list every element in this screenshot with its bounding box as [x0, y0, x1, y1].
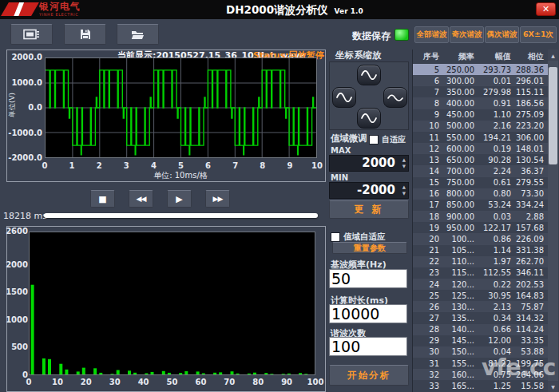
table-row[interactable]: 20100...0.86226.09 [413, 233, 548, 244]
table-row[interactable]: 8400.000.91186.56 [413, 97, 548, 109]
column-header-amplitude[interactable]: 幅值 [478, 49, 515, 64]
scroll-up-button[interactable]: ▲ [548, 49, 558, 61]
axis-tick: 0 [35, 161, 54, 171]
table-row[interactable]: 7350.00279.98115.11 [413, 86, 548, 97]
table-row[interactable]: 27135...0.34314.32 [413, 312, 548, 323]
spin-down-icon[interactable]: ▼ [402, 163, 406, 169]
scroll-down-button[interactable]: ▼ [548, 381, 558, 392]
fast-forward-button[interactable]: ▶▶ [205, 190, 230, 208]
table-row[interactable]: 11550.00194.21306.00 [413, 132, 548, 143]
amplitude-cell: 1.10 [478, 110, 515, 119]
stop-button[interactable]: ■ [90, 190, 115, 208]
device-capture-button[interactable] [10, 24, 53, 45]
min-spinner[interactable]: -2000 ▲▼ [329, 182, 409, 199]
tab-all-harmonics[interactable]: 全部谐波 [414, 26, 449, 43]
axis-tick: 40 [134, 378, 153, 387]
zoom-right-button[interactable] [383, 87, 407, 108]
save-button[interactable] [64, 24, 106, 45]
spin-up-icon[interactable]: ▲ [402, 156, 406, 163]
index-cell: 6 [413, 77, 443, 85]
column-header-phase[interactable]: 相位 [515, 49, 548, 64]
axis-tick: 1000 [0, 315, 28, 325]
table-row[interactable]: 15750.000.61279.55 [413, 177, 548, 188]
start-analysis-button[interactable]: 开始分析 [329, 365, 409, 386]
table-row[interactable]: 17850.0053.24334.24 [413, 200, 548, 211]
frequency-cell: 160... [443, 370, 478, 379]
max-spinner[interactable]: 2000 ▲▼ [329, 155, 409, 172]
amplitude-cell: 53.24 [478, 200, 515, 209]
coord-zoom-pad [329, 61, 409, 130]
zoom-down-button[interactable] [357, 108, 381, 129]
table-row[interactable]: 29145...12.0033.35 [413, 335, 548, 346]
index-cell: 7 [413, 88, 443, 97]
table-row[interactable]: 21105...1.14331.38 [413, 245, 548, 256]
table-row[interactable]: 9450.001.10275.09 [413, 109, 548, 121]
tab-odd-harmonics[interactable]: 奇次谐波 [450, 26, 484, 43]
open-file-button[interactable] [117, 24, 159, 45]
rewind-button[interactable]: ◀◀ [129, 190, 153, 208]
frequency-cell: 650.00 [443, 156, 478, 164]
index-cell: 29 [413, 336, 443, 345]
waveform-x-axis-unit: 单位: 10ms/格 [141, 170, 220, 181]
frequency-cell: 135... [443, 314, 478, 323]
table-row[interactable]: 26130...2.1375.87 [413, 301, 548, 312]
table-row[interactable]: 13650.0090.28130.54 [413, 154, 548, 165]
phase-cell: 115.11 [515, 88, 548, 97]
table-row[interactable]: 30150...0.0453.88 [413, 346, 548, 358]
reset-params-button[interactable]: 重置参数 [332, 242, 407, 254]
table-row[interactable]: 22110...1.97262.70 [413, 256, 548, 267]
zoom-left-button[interactable] [332, 87, 356, 108]
adaptive-checkbox[interactable] [369, 135, 379, 145]
phase-cell: 15.58 [515, 382, 548, 390]
spin-down-icon[interactable]: ▼ [402, 190, 406, 196]
table-row[interactable]: 18900.000.032.88 [413, 211, 548, 222]
table-row[interactable]: 5250.00293.73288.36 [413, 64, 548, 75]
harmonic-order-input[interactable] [329, 337, 407, 356]
amplitude-cell: 81.22 [478, 359, 515, 368]
scrollbar-thumb[interactable] [549, 67, 557, 164]
zoom-up-button[interactable] [357, 65, 381, 85]
close-button[interactable]: ✕ [536, 2, 556, 16]
spin-up-icon[interactable]: ▲ [402, 184, 406, 190]
phase-cell: 226.09 [515, 235, 548, 244]
table-row[interactable]: 24120...0.22202.53 [413, 279, 548, 290]
table-row[interactable]: 10500.002.16223.20 [413, 121, 548, 132]
sine-wave-icon [336, 93, 352, 102]
index-cell: 26 [413, 303, 443, 311]
scroll-up-icon: ▲ [551, 53, 555, 58]
phase-cell: 2.88 [515, 212, 548, 221]
rewind-icon: ◀◀ [137, 195, 146, 203]
table-row[interactable]: 28140...0.66114.24 [413, 324, 548, 335]
table-row[interactable]: 16800.000.8073.30 [413, 188, 548, 200]
column-header-index[interactable]: 序号 [413, 49, 443, 64]
sine-wave-icon [361, 113, 377, 123]
play-button[interactable]: ▶ [167, 190, 192, 208]
tab-even-harmonics[interactable]: 偶次谐波 [485, 26, 519, 43]
axis-tick: 1000.0 [8, 78, 42, 88]
range-auto-checkbox[interactable] [331, 232, 340, 242]
fundamental-freq-input[interactable] [329, 269, 407, 288]
frequency-cell: 850.00 [443, 200, 478, 209]
phase-cell: 223.20 [515, 121, 548, 130]
amplitude-cell: 0.86 [478, 235, 515, 244]
table-row[interactable]: 33165...1.2515.58 [413, 380, 548, 391]
calc-duration-input[interactable] [329, 304, 407, 323]
tab-6x1-harmonics[interactable]: 6X±1次 [520, 26, 557, 43]
table-row[interactable]: 12600.000.19148.01 [413, 143, 548, 154]
column-header-frequency[interactable]: 频率 [443, 49, 478, 64]
axis-tick: 2000.0 [8, 53, 42, 62]
playback-progress-slider[interactable] [44, 213, 318, 218]
frequency-cell: 165... [443, 382, 478, 390]
table-row[interactable]: 25125...30.95164.83 [413, 290, 548, 301]
phase-cell: 164.83 [515, 291, 548, 300]
table-scrollbar[interactable]: ▲ ▼ [548, 49, 558, 392]
table-row[interactable]: 32160...0.75264.06 [413, 369, 548, 380]
table-row[interactable]: 31155...81.22199.75 [413, 358, 548, 369]
min-label: MIN [331, 173, 348, 182]
table-row[interactable]: 14700.002.2436.37 [413, 165, 548, 176]
table-row[interactable]: 6300.000.01296.01 [413, 75, 548, 86]
table-row[interactable]: 19950.00122.17157.68 [413, 222, 548, 233]
amplitude-cell: 194.21 [478, 133, 515, 142]
update-button[interactable]: 更 新 [329, 200, 409, 219]
table-row[interactable]: 23115...112.55346.11 [413, 267, 548, 279]
